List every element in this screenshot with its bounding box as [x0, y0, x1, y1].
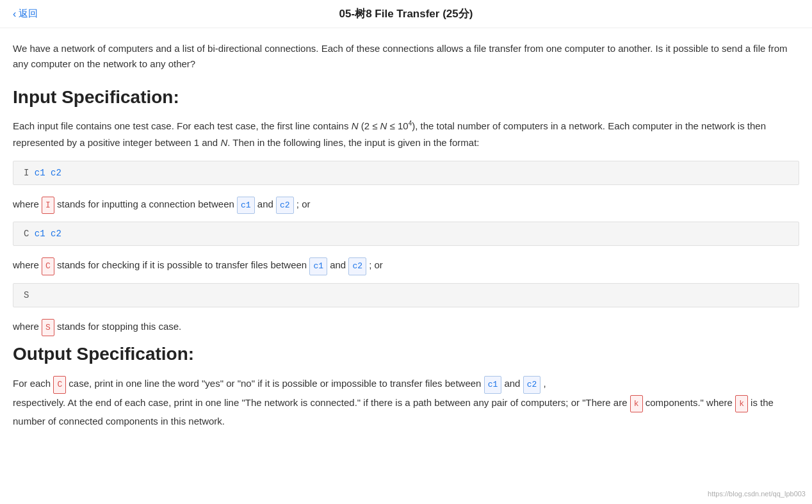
header: ‹ 返回 05-树8 File Transfer (25分): [0, 0, 812, 28]
line2-description: where C stands for checking if it is pos…: [13, 256, 799, 275]
line3-rest: stands for stopping this case.: [57, 321, 181, 332]
code-param-c2a: c2: [51, 168, 61, 178]
code-cmd-C: C: [24, 229, 29, 239]
code-cmd-S: S: [24, 290, 29, 300]
line2-end: ; or: [369, 259, 383, 270]
inline-code-C-output: C: [53, 376, 66, 393]
line3-where: where: [13, 321, 39, 332]
inline-code-c2-2: c2: [348, 257, 366, 275]
code-param-c1b: c1: [35, 229, 45, 239]
output-spec-heading: Output Specification:: [13, 344, 799, 364]
output-and: and: [504, 378, 523, 389]
code-cmd-I: I: [24, 168, 29, 178]
output-mid: case, print in one line the word "yes" o…: [69, 378, 483, 389]
line2-rest: stands for checking if it is possible to…: [57, 259, 307, 270]
input-spec-heading: Input Specification:: [13, 87, 799, 108]
line2-where: where: [13, 259, 39, 270]
input-spec-paragraph: Each input file contains one test case. …: [13, 118, 799, 150]
back-button[interactable]: ‹ 返回: [13, 8, 38, 20]
inline-code-c1-1: c1: [237, 197, 255, 214]
line1-rest: stands for inputting a connection betwee…: [57, 199, 234, 209]
math-N: N: [352, 120, 359, 131]
inline-code-c1-out: c1: [484, 376, 502, 393]
back-arrow-icon: ‹: [13, 8, 16, 20]
line1-where: where: [13, 199, 39, 209]
main-content: We have a network of computers and a lis…: [0, 28, 812, 450]
code-block-I: I c1 c2: [13, 161, 799, 185]
line1-end: ; or: [296, 199, 311, 209]
inline-code-k1: k: [630, 395, 643, 412]
page-title: 05-树8 File Transfer (25分): [339, 6, 473, 21]
output-for-each: For each: [13, 378, 53, 389]
code-param-c2b: c2: [51, 229, 61, 239]
code-block-S: S: [13, 283, 799, 307]
output-spec-paragraph: For each C case, print in one line the w…: [13, 375, 799, 430]
math-N2: N: [380, 120, 387, 131]
line2-and: and: [330, 259, 346, 270]
line3-description: where S stands for stopping this case.: [13, 318, 799, 336]
inline-code-c2-1: c2: [276, 197, 294, 214]
inline-code-C: C: [42, 257, 54, 275]
code-param-c1a: c1: [35, 168, 45, 178]
inline-code-k2: k: [735, 395, 748, 412]
back-label: 返回: [19, 8, 38, 20]
output-rest: respectively. At the end of each case, p…: [13, 397, 630, 408]
inline-code-c1-2: c1: [309, 257, 327, 275]
inline-code-c2-out: c2: [523, 376, 541, 393]
inline-code-I: I: [42, 197, 54, 214]
intro-paragraph: We have a network of computers and a lis…: [13, 41, 799, 72]
line1-description: where I stands for inputting a connectio…: [13, 195, 799, 214]
math-N3: N: [220, 137, 227, 148]
line1-and: and: [257, 199, 273, 209]
inline-code-S: S: [42, 319, 54, 336]
output-end: components." where: [646, 397, 735, 408]
output-comma: ,: [543, 378, 546, 389]
code-block-C: C c1 c2: [13, 222, 799, 246]
